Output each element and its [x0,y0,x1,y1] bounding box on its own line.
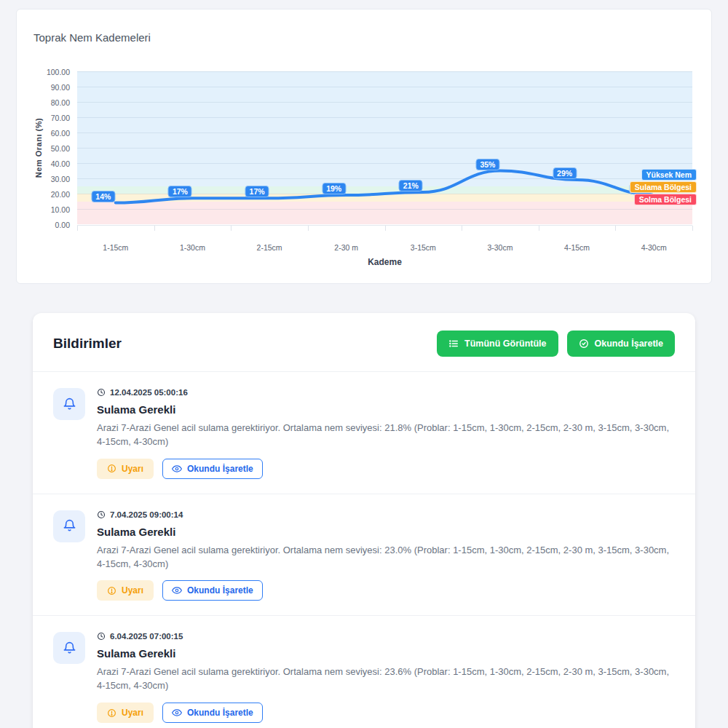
alert-circle-icon [107,708,116,718]
warning-badge: Uyarı [97,580,154,601]
moisture-line-chart: Nem Oranı (%) Kademe 0.0010.0020.0030.00… [77,71,692,224]
x-axis-title: Kademe [368,257,402,267]
x-axis-tickmark [615,226,616,231]
x-axis-tickmark [154,226,155,231]
warning-badge: Uyarı [97,703,154,723]
eye-icon [172,464,182,474]
y-axis-tick-label: 90.00 [19,83,70,92]
eye-icon [172,585,182,596]
x-axis-tick-label: 2-30 m [334,243,358,252]
mark-read-button[interactable]: Okundu İşaretle [162,459,263,479]
y-axis-tick-label: 80.00 [19,98,70,107]
mark-read-button[interactable]: Okundu İşaretle [162,580,263,601]
y-axis-tick-label: 20.00 [19,190,70,199]
soil-moisture-chart-card: Toprak Nem Kademeleri Nem Oranı (%) Kade… [16,9,712,284]
data-point-label: 29% [553,167,577,179]
x-axis-tickmark [77,226,78,231]
mark-all-read-label: Okundu İşaretle [595,339,663,349]
notification-title: Sulama Gerekli [97,526,675,538]
y-axis-tick-label: 30.00 [19,175,70,183]
notifications-title: Bildirimler [53,336,122,352]
x-axis-tickmark [692,226,693,231]
data-point-label: 19% [322,183,346,194]
notification-message: Arazi 7-Arazi Genel acil sulama gerektir… [97,544,675,571]
notifications-header: Bildirimler Tümünü Görüntüle Okundu İşa [33,313,695,371]
data-point-label: 17% [245,186,269,197]
bell-icon [53,632,85,664]
notification-item: 12.04.2025 05:00:16 Sulama Gerekli Arazi… [33,372,695,494]
clock-icon [97,510,106,519]
y-axis-tick-label: 100.00 [19,68,70,76]
zone-legend-chip: Sulama Bölgesi [630,181,697,193]
zone-legend-chip: Solma Bölgesi [634,194,697,205]
mark-read-label: Okundu İşaretle [187,464,253,474]
moisture-line-series [77,71,692,224]
mark-read-label: Okundu İşaretle [187,708,253,718]
check-circle-icon [579,339,589,349]
y-axis-tick-label: 40.00 [19,159,70,168]
x-axis-tickmark [539,226,539,231]
bell-icon [53,388,85,420]
x-axis-tick-label: 1-15cm [103,243,128,252]
list-icon [448,339,459,349]
notifications-list: 12.04.2025 05:00:16 Sulama Gerekli Arazi… [33,372,695,728]
notifications-card: Bildirimler Tümünü Görüntüle Okundu İşa [33,313,695,728]
x-axis-tick-label: 2-15cm [257,243,282,252]
notification-title: Sulama Gerekli [97,647,675,660]
notification-timestamp: 12.04.2025 05:00:16 [110,388,188,397]
view-all-button[interactable]: Tümünü Görüntüle [437,331,558,357]
mark-read-label: Okundu İşaretle [187,585,253,596]
y-axis-tick-label: 70.00 [19,114,70,122]
bell-icon [53,510,85,542]
clock-icon [97,388,106,397]
alert-circle-icon [107,464,116,473]
notification-timestamp: 7.04.2025 09:00:14 [110,510,183,519]
x-axis-tick-label: 4-15cm [564,243,590,252]
data-point-label: 17% [168,186,192,197]
x-axis-tick-label: 3-30cm [487,243,513,252]
warning-badge-label: Uyarı [122,708,143,718]
chart-title: Toprak Nem Kademeleri [33,31,151,44]
x-axis-tickmark [308,226,309,231]
notification-item: 7.04.2025 09:00:14 Sulama Gerekli Arazi … [33,494,695,617]
clock-icon [97,632,106,641]
y-axis-tick-label: 0.00 [19,221,70,229]
y-axis-tick-label: 10.00 [19,205,70,214]
view-all-label: Tümünü Görüntüle [464,339,546,349]
notification-timestamp: 6.04.2025 07:00:15 [110,632,183,641]
mark-all-read-button[interactable]: Okundu İşaretle [567,331,675,357]
x-axis-tick-label: 1-30cm [180,243,205,252]
data-point-label: 14% [91,191,115,202]
x-axis-tickmark [462,226,462,231]
y-axis-tick-label: 60.00 [19,129,70,138]
mark-read-button[interactable]: Okundu İşaretle [162,703,263,723]
notification-title: Sulama Gerekli [97,403,675,416]
notification-item: 6.04.2025 07:00:15 Sulama Gerekli Arazi … [33,616,695,728]
x-axis-tick-label: 4-30cm [641,243,667,252]
zone-legend: Yüksek NemSulama BölgesiSolma Bölgesi [630,169,697,205]
eye-icon [172,708,182,718]
warning-badge: Uyarı [97,459,154,479]
x-axis-tickmark [231,226,232,231]
warning-badge-label: Uyarı [122,464,143,474]
notification-message: Arazi 7-Arazi Genel acil sulama gerektir… [97,422,675,449]
notification-message: Arazi 7-Arazi Genel acil sulama gerektir… [97,665,675,693]
data-point-label: 35% [475,159,499,170]
warning-badge-label: Uyarı [122,585,143,596]
y-axis-tick-label: 50.00 [19,144,70,153]
zone-legend-chip: Yüksek Nem [641,169,697,181]
x-axis-tickmark [385,226,386,231]
alert-circle-icon [107,586,116,596]
data-point-label: 21% [399,180,423,191]
x-axis-tick-label: 3-15cm [411,243,436,252]
